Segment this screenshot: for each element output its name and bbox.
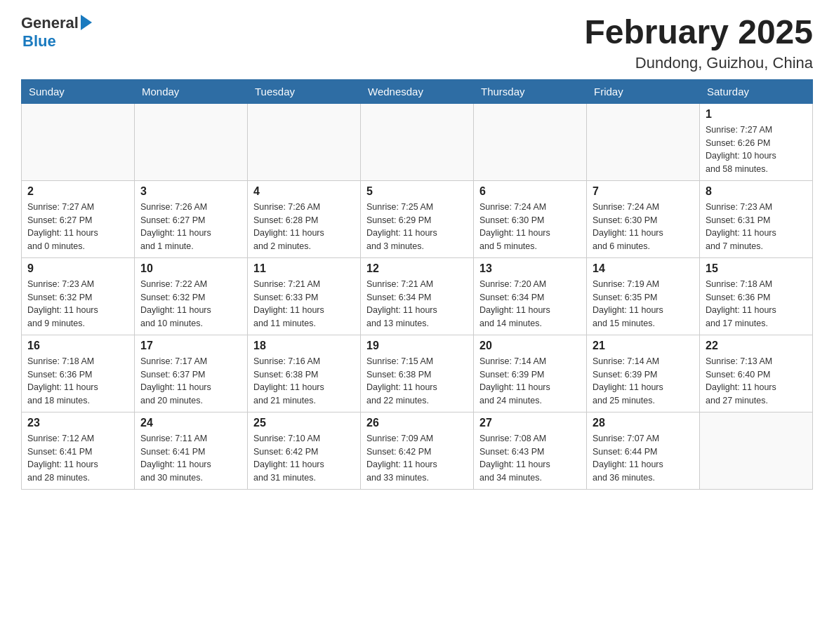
day-cell: 10Sunrise: 7:22 AM Sunset: 6:32 PM Dayli…: [135, 257, 248, 335]
day-cell: 4Sunrise: 7:26 AM Sunset: 6:28 PM Daylig…: [248, 180, 361, 257]
logo: General Blue: [21, 14, 92, 51]
day-info: Sunrise: 7:14 AM Sunset: 6:39 PM Dayligh…: [593, 355, 694, 408]
day-cell: 7Sunrise: 7:24 AM Sunset: 6:30 PM Daylig…: [587, 180, 700, 257]
location-title: Dundong, Guizhou, China: [584, 54, 813, 72]
day-cell: [135, 103, 248, 180]
day-number: 1: [706, 108, 807, 121]
day-number: 4: [253, 185, 355, 198]
day-info: Sunrise: 7:11 AM Sunset: 6:41 PM Dayligh…: [140, 432, 241, 485]
day-number: 24: [140, 417, 241, 429]
day-number: 13: [479, 262, 581, 275]
day-cell: 18Sunrise: 7:16 AM Sunset: 6:38 PM Dayli…: [248, 335, 361, 412]
day-cell: 19Sunrise: 7:15 AM Sunset: 6:38 PM Dayli…: [361, 335, 474, 412]
day-cell: 14Sunrise: 7:19 AM Sunset: 6:35 PM Dayli…: [587, 257, 700, 335]
day-of-week-thursday: Thursday: [474, 79, 587, 103]
day-cell: 12Sunrise: 7:21 AM Sunset: 6:34 PM Dayli…: [361, 257, 474, 335]
day-info: Sunrise: 7:07 AM Sunset: 6:44 PM Dayligh…: [593, 432, 694, 485]
day-cell: [248, 103, 361, 180]
day-number: 11: [253, 262, 355, 275]
day-info: Sunrise: 7:23 AM Sunset: 6:31 PM Dayligh…: [706, 201, 807, 253]
title-block: February 2025 Dundong, Guizhou, China: [584, 14, 813, 72]
day-cell: 20Sunrise: 7:14 AM Sunset: 6:39 PM Dayli…: [474, 335, 587, 412]
day-cell: 24Sunrise: 7:11 AM Sunset: 6:41 PM Dayli…: [135, 412, 248, 489]
day-info: Sunrise: 7:21 AM Sunset: 6:34 PM Dayligh…: [366, 278, 468, 330]
day-info: Sunrise: 7:18 AM Sunset: 6:36 PM Dayligh…: [27, 355, 128, 408]
day-info: Sunrise: 7:26 AM Sunset: 6:27 PM Dayligh…: [140, 201, 241, 253]
day-cell: 2Sunrise: 7:27 AM Sunset: 6:27 PM Daylig…: [22, 180, 135, 257]
day-number: 19: [366, 340, 468, 352]
day-number: 20: [479, 340, 581, 352]
day-number: 18: [253, 340, 355, 352]
day-info: Sunrise: 7:12 AM Sunset: 6:41 PM Dayligh…: [27, 432, 128, 485]
week-row-1: 1Sunrise: 7:27 AM Sunset: 6:26 PM Daylig…: [22, 103, 813, 180]
day-number: 23: [27, 417, 128, 429]
days-of-week-row: SundayMondayTuesdayWednesdayThursdayFrid…: [22, 79, 813, 103]
day-cell: 1Sunrise: 7:27 AM Sunset: 6:26 PM Daylig…: [700, 103, 813, 180]
logo-arrow-icon: [81, 15, 92, 30]
day-info: Sunrise: 7:17 AM Sunset: 6:37 PM Dayligh…: [140, 355, 241, 408]
day-number: 6: [479, 185, 581, 198]
day-number: 17: [140, 340, 241, 352]
day-of-week-friday: Friday: [587, 79, 700, 103]
day-info: Sunrise: 7:26 AM Sunset: 6:28 PM Dayligh…: [253, 201, 355, 253]
day-info: Sunrise: 7:15 AM Sunset: 6:38 PM Dayligh…: [366, 355, 468, 408]
day-info: Sunrise: 7:18 AM Sunset: 6:36 PM Dayligh…: [706, 278, 807, 330]
calendar-body: 1Sunrise: 7:27 AM Sunset: 6:26 PM Daylig…: [22, 103, 813, 489]
day-number: 25: [253, 417, 355, 429]
day-cell: 8Sunrise: 7:23 AM Sunset: 6:31 PM Daylig…: [700, 180, 813, 257]
day-info: Sunrise: 7:10 AM Sunset: 6:42 PM Dayligh…: [253, 432, 355, 485]
day-cell: 28Sunrise: 7:07 AM Sunset: 6:44 PM Dayli…: [587, 412, 700, 489]
day-number: 9: [27, 262, 128, 275]
logo-blue-text: Blue: [21, 32, 56, 50]
day-number: 15: [706, 262, 807, 275]
day-of-week-sunday: Sunday: [22, 79, 135, 103]
day-info: Sunrise: 7:27 AM Sunset: 6:27 PM Dayligh…: [27, 201, 128, 253]
day-info: Sunrise: 7:25 AM Sunset: 6:29 PM Dayligh…: [366, 201, 468, 253]
day-number: 10: [140, 262, 241, 275]
day-cell: 5Sunrise: 7:25 AM Sunset: 6:29 PM Daylig…: [361, 180, 474, 257]
day-cell: 23Sunrise: 7:12 AM Sunset: 6:41 PM Dayli…: [22, 412, 135, 489]
day-cell: 21Sunrise: 7:14 AM Sunset: 6:39 PM Dayli…: [587, 335, 700, 412]
logo-general-text: General: [21, 14, 79, 32]
day-info: Sunrise: 7:22 AM Sunset: 6:32 PM Dayligh…: [140, 278, 241, 330]
day-number: 2: [27, 185, 128, 198]
day-of-week-monday: Monday: [135, 79, 248, 103]
day-info: Sunrise: 7:21 AM Sunset: 6:33 PM Dayligh…: [253, 278, 355, 330]
day-cell: 15Sunrise: 7:18 AM Sunset: 6:36 PM Dayli…: [700, 257, 813, 335]
page-header: General Blue February 2025 Dundong, Guiz…: [21, 14, 813, 72]
day-number: 27: [479, 417, 581, 429]
week-row-2: 2Sunrise: 7:27 AM Sunset: 6:27 PM Daylig…: [22, 180, 813, 257]
day-cell: 22Sunrise: 7:13 AM Sunset: 6:40 PM Dayli…: [700, 335, 813, 412]
day-number: 12: [366, 262, 468, 275]
day-cell: 6Sunrise: 7:24 AM Sunset: 6:30 PM Daylig…: [474, 180, 587, 257]
day-info: Sunrise: 7:16 AM Sunset: 6:38 PM Dayligh…: [253, 355, 355, 408]
day-cell: 11Sunrise: 7:21 AM Sunset: 6:33 PM Dayli…: [248, 257, 361, 335]
day-number: 3: [140, 185, 241, 198]
day-number: 26: [366, 417, 468, 429]
week-row-3: 9Sunrise: 7:23 AM Sunset: 6:32 PM Daylig…: [22, 257, 813, 335]
calendar-header: SundayMondayTuesdayWednesdayThursdayFrid…: [22, 79, 813, 103]
day-of-week-wednesday: Wednesday: [361, 79, 474, 103]
day-cell: [474, 103, 587, 180]
day-cell: [587, 103, 700, 180]
day-number: 22: [706, 340, 807, 352]
day-of-week-saturday: Saturday: [700, 79, 813, 103]
month-title: February 2025: [584, 14, 813, 51]
day-info: Sunrise: 7:24 AM Sunset: 6:30 PM Dayligh…: [593, 201, 694, 253]
day-cell: 3Sunrise: 7:26 AM Sunset: 6:27 PM Daylig…: [135, 180, 248, 257]
day-cell: 16Sunrise: 7:18 AM Sunset: 6:36 PM Dayli…: [22, 335, 135, 412]
day-number: 8: [706, 185, 807, 198]
day-cell: [22, 103, 135, 180]
day-number: 7: [593, 185, 694, 198]
day-info: Sunrise: 7:08 AM Sunset: 6:43 PM Dayligh…: [479, 432, 581, 485]
day-number: 28: [593, 417, 694, 429]
day-info: Sunrise: 7:13 AM Sunset: 6:40 PM Dayligh…: [706, 355, 807, 408]
day-cell: 26Sunrise: 7:09 AM Sunset: 6:42 PM Dayli…: [361, 412, 474, 489]
day-cell: 27Sunrise: 7:08 AM Sunset: 6:43 PM Dayli…: [474, 412, 587, 489]
day-info: Sunrise: 7:09 AM Sunset: 6:42 PM Dayligh…: [366, 432, 468, 485]
day-info: Sunrise: 7:19 AM Sunset: 6:35 PM Dayligh…: [593, 278, 694, 330]
day-info: Sunrise: 7:24 AM Sunset: 6:30 PM Dayligh…: [479, 201, 581, 253]
day-cell: [700, 412, 813, 489]
day-cell: [361, 103, 474, 180]
day-cell: 25Sunrise: 7:10 AM Sunset: 6:42 PM Dayli…: [248, 412, 361, 489]
